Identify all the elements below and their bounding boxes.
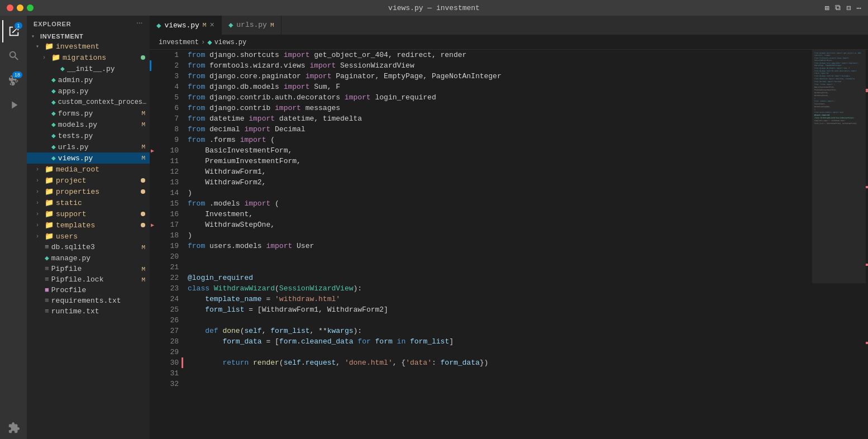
sidebar-item-project[interactable]: › 📁 project bbox=[27, 175, 150, 186]
layout-icon-4[interactable]: ⋯ bbox=[857, 3, 861, 13]
sidebar-item-procfile[interactable]: ■ Procfile bbox=[27, 285, 150, 295]
folder-label: support bbox=[56, 210, 141, 218]
code-line-27: def done(self, form_list, **kwargs): bbox=[188, 326, 812, 336]
chevron-down-icon: ▾ bbox=[36, 43, 45, 50]
tab-file-icon: ◆ bbox=[228, 20, 233, 30]
layout-icon-3[interactable]: ⧈ bbox=[846, 3, 851, 12]
sidebar-item-apps[interactable]: ◆ apps.py bbox=[27, 85, 150, 97]
window-title: views.py — investment bbox=[388, 4, 480, 12]
sidebar-item-db-sqlite[interactable]: ≡ db.sqlite3 M bbox=[27, 242, 150, 252]
sidebar-item-templates[interactable]: › 📁 templates bbox=[27, 220, 150, 231]
activity-run[interactable] bbox=[2, 94, 25, 116]
folder-label: templates bbox=[56, 221, 141, 230]
code-content[interactable]: from django.shortcuts import get_object_… bbox=[183, 50, 812, 439]
sidebar-item-admin[interactable]: ◆ admin.py bbox=[27, 74, 150, 85]
sidebar-root-folder[interactable]: ▾ INVESTMENT bbox=[27, 32, 150, 41]
code-line-5: from django.contrib.auth.decorators impo… bbox=[188, 92, 812, 103]
line-num-14: 14 bbox=[150, 188, 183, 198]
sidebar-item-urls[interactable]: ◆ urls.py M bbox=[27, 141, 150, 152]
line-num-25: 25 bbox=[150, 304, 183, 315]
line-num-21: 21 bbox=[150, 262, 183, 273]
code-editor: 1 2 3 4 5 6 7 8 9 10 ▶ 11 12 13 14 15 16 bbox=[150, 50, 868, 439]
activity-explorer[interactable]: 1 bbox=[2, 20, 25, 42]
file-icon: ■ bbox=[45, 286, 49, 294]
sidebar-item-forms[interactable]: ◆ forms.py M bbox=[27, 108, 150, 119]
line-num-30: 30 bbox=[150, 357, 183, 368]
line-num-17: 17 ▶ bbox=[150, 220, 183, 230]
maximize-button[interactable] bbox=[27, 4, 34, 11]
status-dot bbox=[141, 212, 145, 216]
layout-icon-2[interactable]: ⧉ bbox=[835, 3, 841, 12]
code-line-22: @login_required bbox=[188, 273, 812, 283]
sidebar-item-tests[interactable]: ◆ tests.py bbox=[27, 130, 150, 141]
sidebar-header-icons[interactable]: ⋯ bbox=[136, 20, 143, 27]
sidebar-item-static[interactable]: › 📁 static bbox=[27, 197, 150, 208]
file-icon: ◆ bbox=[60, 64, 65, 73]
error-indicator-3 bbox=[866, 264, 868, 266]
line-num-6: 6 bbox=[150, 103, 183, 113]
code-line-1: from django.shortcuts import get_object_… bbox=[188, 50, 812, 60]
error-indicator-2 bbox=[866, 186, 868, 188]
file-label: models.py bbox=[58, 121, 142, 129]
activity-search[interactable] bbox=[2, 45, 25, 67]
status-dot bbox=[141, 55, 145, 60]
sidebar-item-users[interactable]: › 📁 users bbox=[27, 231, 150, 242]
title-bar-actions[interactable]: ⊞ ⧉ ⧈ ⋯ bbox=[824, 3, 861, 13]
line-num-13: 13 bbox=[150, 177, 183, 188]
activity-source-control[interactable]: 18 bbox=[2, 69, 25, 92]
line-num-9: 9 bbox=[150, 135, 183, 145]
breadcrumb-item-investment[interactable]: investment bbox=[159, 39, 199, 46]
sidebar-item-support[interactable]: › 📁 support bbox=[27, 208, 150, 220]
folder-icon: 📁 bbox=[45, 42, 54, 51]
new-file-icon[interactable]: ⋯ bbox=[136, 20, 143, 27]
sidebar-item-requirements[interactable]: ≡ requirements.txt bbox=[27, 295, 150, 306]
sidebar-item-models[interactable]: ◆ models.py M bbox=[27, 119, 150, 130]
minimize-button[interactable] bbox=[17, 4, 23, 11]
sidebar-item-views[interactable]: ◆ views.py M bbox=[27, 152, 150, 164]
breadcrumb-item-views[interactable]: views.py bbox=[214, 39, 247, 46]
file-label: __init__.py bbox=[67, 65, 150, 73]
source-control-badge: 18 bbox=[12, 71, 22, 78]
tab-views-py[interactable]: ◆ views.py M × bbox=[150, 16, 222, 35]
chevron-down-icon: ▾ bbox=[31, 33, 40, 40]
sidebar-item-manage[interactable]: ◆ manage.py bbox=[27, 252, 150, 264]
line-num-15: 15 bbox=[150, 198, 183, 209]
tab-modified-indicator: M bbox=[203, 22, 207, 28]
code-line-8: from decimal import Decimal bbox=[188, 124, 812, 135]
folder-icon: 📁 bbox=[45, 176, 54, 185]
line-num-31: 31 bbox=[150, 368, 183, 379]
close-button[interactable] bbox=[7, 4, 13, 11]
sidebar-item-init[interactable]: ◆ __init__.py bbox=[27, 63, 150, 74]
tab-close-icon[interactable]: × bbox=[209, 21, 214, 29]
sidebar-item-pipfile-lock[interactable]: ≡ Pipfile.lock M bbox=[27, 274, 150, 285]
layout-icon-1[interactable]: ⊞ bbox=[824, 3, 829, 13]
folder-label: investment bbox=[56, 42, 150, 51]
sidebar-item-runtime[interactable]: ≡ runtime.txt bbox=[27, 306, 150, 317]
folder-label: project bbox=[56, 176, 141, 185]
minimap: from django.shortcuts import get_object_… bbox=[812, 50, 868, 439]
sidebar-item-media-root[interactable]: › 📁 media_root bbox=[27, 164, 150, 175]
code-line-17: WithdrawStepOne, bbox=[188, 220, 812, 230]
chevron-right-icon: › bbox=[42, 55, 51, 61]
sidebar-item-migrations[interactable]: › 📁 migrations bbox=[27, 52, 150, 63]
sidebar-item-properties[interactable]: › 📁 properties bbox=[27, 186, 150, 197]
file-label: requirements.txt bbox=[51, 297, 150, 305]
line-num-23: 23 bbox=[150, 283, 183, 294]
code-line-9: from .forms import ( bbox=[188, 135, 812, 145]
code-line-7: from datetime import datetime, timedelta bbox=[188, 113, 812, 124]
sidebar-item-custom-context[interactable]: ◆ custom_context_processor.py bbox=[27, 97, 150, 108]
folder-label: migrations bbox=[63, 54, 141, 62]
tab-urls-py[interactable]: ◆ urls.py M bbox=[222, 16, 282, 35]
activity-extensions[interactable] bbox=[2, 417, 25, 439]
file-label: manage.py bbox=[51, 254, 150, 263]
traffic-lights[interactable] bbox=[7, 4, 34, 11]
line-num-10: 10 ▶ bbox=[150, 145, 183, 156]
file-icon: ◆ bbox=[51, 154, 56, 163]
file-label: Pipfile bbox=[51, 265, 142, 273]
sidebar-item-pipfile[interactable]: ≡ Pipfile M bbox=[27, 264, 150, 274]
modified-badge: M bbox=[141, 244, 145, 251]
file-icon: ◆ bbox=[51, 87, 56, 96]
line-num-8: 8 bbox=[150, 124, 183, 135]
sidebar-item-investment[interactable]: ▾ 📁 investment bbox=[27, 41, 150, 52]
line-num-11: 11 bbox=[150, 156, 183, 166]
